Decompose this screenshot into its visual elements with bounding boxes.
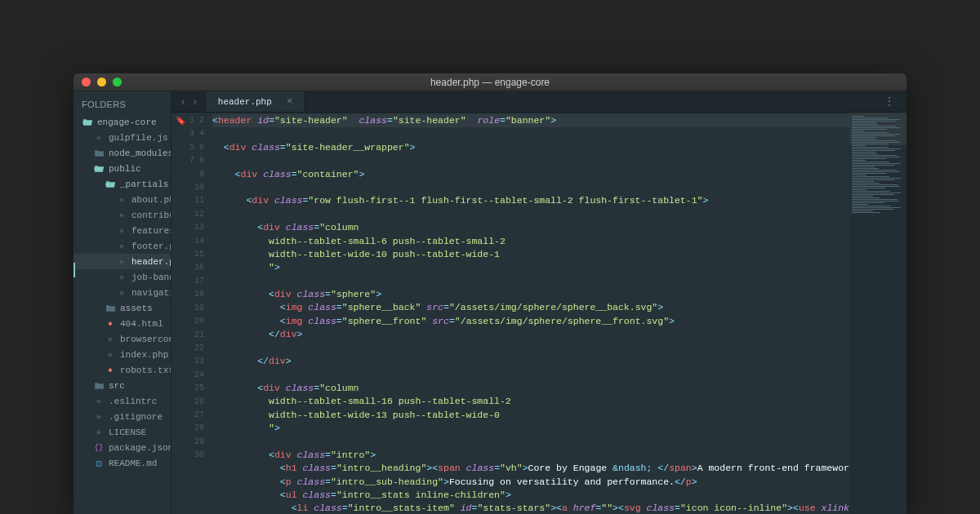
minimize-icon[interactable] [97,78,106,86]
code-line[interactable]: <ul class="intro__stats inline-children"… [212,489,849,502]
zoom-icon[interactable] [113,78,122,86]
minimap-line [852,134,900,135]
tree-item-label: job-banne [131,273,172,282]
file-tree[interactable]: engage-core✳gulpfile.jsnode_modulespubli… [74,114,171,471]
code-line[interactable] [212,342,849,355]
code-line[interactable]: <img class="sphere__back" src="/assets/i… [212,301,849,314]
code-line[interactable]: <div class="site-header__wrapper"> [212,141,849,154]
tree-item-label: node_modules [109,148,172,158]
code-line[interactable]: "> [212,422,849,435]
code-line[interactable] [212,208,849,221]
minimap-line [852,145,866,146]
tree-folder[interactable]: public [74,161,171,176]
code-line[interactable]: <li class="intro__stats-item" id="stats-… [212,502,849,514]
tree-file[interactable]: ✳about.php [74,192,171,207]
code-line[interactable] [212,275,849,288]
code-line[interactable]: "> [212,261,849,274]
tree-file[interactable]: ✳header.php [74,254,171,269]
star-icon: ✳ [116,210,127,221]
code-line[interactable] [212,127,849,140]
star-icon: ✳ [116,287,127,299]
minimap-line [852,181,874,182]
code-line[interactable]: width--tablet-wide-13 push--tablet-wide-… [212,409,849,422]
tabbar[interactable]: ‹ › header.php × ⋮ [172,91,906,113]
star-icon: ✳ [93,427,105,438]
star-icon: ✳ [93,411,105,423]
tree-file[interactable]: ✳contributo [74,207,171,223]
code-line[interactable]: <div class="column [212,221,849,234]
editor[interactable]: 🔖 1 2 3 4 5 6 7 8 9 10 11 12 13 14 15 16… [172,113,906,514]
minimap-line [852,160,866,161]
tree-item-label: assets [120,304,153,313]
minimap-line [852,189,867,190]
main-pane: ‹ › header.php × ⋮ 🔖 1 2 3 4 5 6 7 8 9 1… [172,91,906,514]
folder-icon [93,380,105,392]
tree-file[interactable]: ◆robots.txt [74,362,171,378]
minimap-line [852,152,875,153]
close-icon[interactable] [82,78,91,86]
code-line[interactable]: <div class="column [212,382,849,395]
tree-file[interactable]: ✳LICENSE [74,424,171,440]
tree-file[interactable]: {}package.json [74,440,171,455]
json-icon: {} [93,442,105,454]
tree-folder[interactable]: node_modules [74,145,171,161]
code-line[interactable]: <div class="sphere"> [212,288,849,301]
minimap-line [852,165,895,166]
tree-file[interactable]: ◫README.md [74,455,171,471]
tab-nav: ‹ › [172,91,207,112]
code-line[interactable] [212,435,849,448]
code-line[interactable]: <div class="row flush-first--1 flush-fir… [212,194,849,207]
tree-file[interactable]: ✳index.php [74,347,171,362]
minimap-line [852,202,884,203]
tree-file[interactable]: ✳.gitignore [74,409,171,424]
minimap-line [852,117,888,118]
nav-back-icon[interactable]: ‹ [180,95,186,109]
gutter-marks: 🔖 [172,113,189,514]
tree-file[interactable]: ✳footer.php [74,238,171,254]
code-line[interactable]: <div class="intro"> [212,449,849,462]
minimap-line [852,129,887,130]
code-line[interactable]: <header id="site-header" class="site-hea… [212,114,849,127]
code-line[interactable]: </div> [212,328,849,341]
tree-folder[interactable]: assets [74,300,171,316]
tab-header-php[interactable]: header.php × [207,91,305,112]
minimap-line [852,163,901,164]
tree-item-label: .gitignore [109,412,163,422]
tree-item-label: footer.php [131,241,172,251]
tree-file[interactable]: ✳navigation [74,285,171,300]
tree-item-label: README.md [109,459,157,468]
tab-menu-icon[interactable]: ⋮ [872,91,906,112]
tree-folder[interactable]: _partials [74,176,171,192]
tree-file[interactable]: ✳.eslintrc [74,393,171,409]
tree-file[interactable]: ✳gulpfile.js [74,130,171,145]
minimap[interactable] [849,113,906,514]
code-line[interactable]: <p class="intro__sub-heading">Focusing o… [212,476,849,489]
html-icon: ◆ [105,365,116,376]
titlebar[interactable]: header.php — engage-core [74,73,906,91]
code-line[interactable]: <h1 class="intro__heading"><span class="… [212,462,849,475]
code-line[interactable]: width--tablet-wide-10 push--tablet-wide-… [212,248,849,261]
tree-file[interactable]: ✳job-banne [74,269,171,285]
code-line[interactable]: <div class="container"> [212,168,849,181]
minimap-line [852,207,901,208]
tree-item-label: gulpfile.js [109,133,168,143]
code-line[interactable]: width--tablet-small-16 push--tablet-smal… [212,395,849,408]
tree-folder[interactable]: engage-core [74,114,171,130]
code-line[interactable]: <img class="sphere__front" src="/assets/… [212,315,849,328]
tree-folder[interactable]: src [74,378,171,393]
tree-item-label: index.php [120,350,168,360]
code-line[interactable] [212,181,849,194]
tree-file[interactable]: ✳browserconfig [74,331,171,347]
close-tab-icon[interactable]: × [287,95,293,108]
code-line[interactable]: width--tablet-small-6 push--tablet-small… [212,235,849,248]
nav-forward-icon[interactable]: › [191,95,198,109]
tree-file[interactable]: ✳features.pl [74,223,171,238]
code-area[interactable]: <header id="site-header" class="site-hea… [207,113,849,514]
sidebar[interactable]: FOLDERS engage-core✳gulpfile.jsnode_modu… [74,91,172,514]
minimap-line [852,131,865,131]
tree-item-label: header.php [131,257,172,267]
tree-file[interactable]: ◆404.html [74,316,171,331]
code-line[interactable]: </div> [212,355,849,368]
code-line[interactable] [212,368,849,381]
code-line[interactable] [212,154,849,167]
